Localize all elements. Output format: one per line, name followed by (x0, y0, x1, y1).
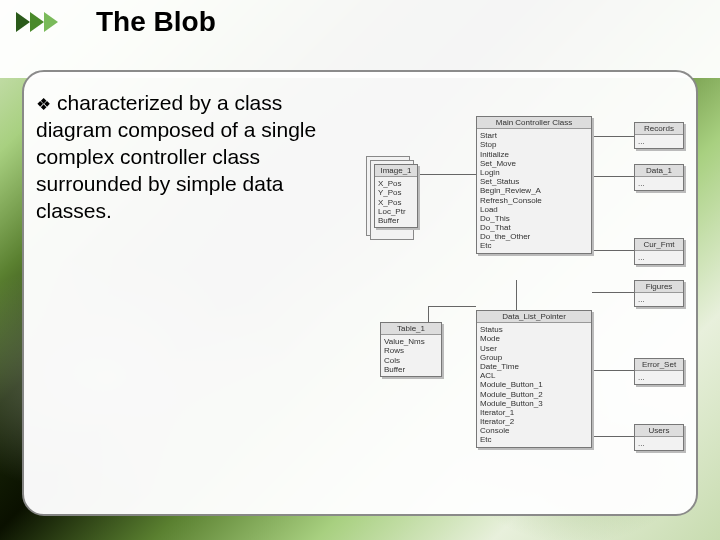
uml-records-header: Records (635, 123, 683, 135)
uml-pointer-header: Data_List_Pointer (477, 311, 591, 323)
class-diagram: Image_1 X_Pos Y_Pos X_Pos Loc_Ptr Buffer… (366, 116, 688, 492)
connector (516, 280, 517, 310)
uml-table-header: Table_1 (381, 323, 441, 335)
uml-controller-header: Main Controller Class (477, 117, 591, 129)
uml-field: Module_Button_2 (480, 390, 588, 399)
bullet-text: ❖characterized by a class diagram compos… (36, 90, 346, 224)
diamond-bullet-icon: ❖ (36, 95, 51, 114)
connector (592, 436, 634, 437)
uml-field: Mode (480, 334, 588, 343)
uml-field: Cols (384, 356, 438, 365)
slide-title: The Blob (96, 6, 216, 38)
uml-etc: ... (638, 137, 680, 146)
uml-op: Start (480, 131, 588, 140)
uml-figures: Figures ... (634, 280, 684, 307)
uml-field: Group (480, 353, 588, 362)
uml-field: Status (480, 325, 588, 334)
svg-marker-2 (44, 12, 58, 32)
uml-field: ACL (480, 371, 588, 380)
uml-records: Records ... (634, 122, 684, 149)
uml-op: Begin_Review_A (480, 186, 588, 195)
uml-field: Module_Button_3 (480, 399, 588, 408)
connector (408, 174, 476, 175)
connector (592, 370, 634, 371)
uml-etc: ... (638, 295, 680, 304)
uml-op: Etc (480, 241, 588, 250)
uml-etc: ... (638, 439, 680, 448)
uml-data: Data_1 ... (634, 164, 684, 191)
uml-etc: ... (638, 373, 680, 382)
connector (592, 136, 634, 137)
uml-etc: ... (638, 253, 680, 262)
slide: The Blob ❖characterized by a class diagr… (0, 0, 720, 540)
connector (592, 292, 634, 293)
uml-table: Table_1 Value_Nms Rows Cols Buffer (380, 322, 442, 377)
uml-field: Buffer (378, 216, 414, 225)
uml-field: User (480, 344, 588, 353)
connector (592, 176, 634, 177)
uml-field: Iterator_2 (480, 417, 588, 426)
uml-controller: Main Controller Class Start Stop Initial… (476, 116, 592, 254)
uml-field: Buffer (384, 365, 438, 374)
uml-errorset: Error_Set ... (634, 358, 684, 385)
uml-op: Set_Move (480, 159, 588, 168)
uml-users-header: Users (635, 425, 683, 437)
uml-field: Date_Time (480, 362, 588, 371)
uml-op: Refresh_Console (480, 196, 588, 205)
uml-field: Rows (384, 346, 438, 355)
uml-op: Load (480, 205, 588, 214)
uml-field: X_Pos (378, 198, 414, 207)
uml-image-header: Image_1 (375, 165, 417, 177)
uml-op: Stop (480, 140, 588, 149)
uml-op: Do_That (480, 223, 588, 232)
uml-field: Y_Pos (378, 188, 414, 197)
uml-field: X_Pos (378, 179, 414, 188)
uml-curfmt: Cur_Fmt ... (634, 238, 684, 265)
uml-op: Do_This (480, 214, 588, 223)
uml-errorset-header: Error_Set (635, 359, 683, 371)
uml-field: Console (480, 426, 588, 435)
uml-etc: ... (638, 179, 680, 188)
uml-pointer: Data_List_Pointer Status Mode User Group… (476, 310, 592, 448)
uml-field: Etc (480, 435, 588, 444)
uml-users: Users ... (634, 424, 684, 451)
title-arrows-icon (14, 10, 60, 34)
uml-op: Set_Status (480, 177, 588, 186)
connector (592, 250, 634, 251)
uml-field: Value_Nms (384, 337, 438, 346)
uml-field: Module_Button_1 (480, 380, 588, 389)
uml-image: Image_1 X_Pos Y_Pos X_Pos Loc_Ptr Buffer (374, 164, 418, 228)
uml-field: Loc_Ptr (378, 207, 414, 216)
uml-op: Login (480, 168, 588, 177)
uml-data-header: Data_1 (635, 165, 683, 177)
connector (428, 306, 476, 307)
uml-op: Do_the_Other (480, 232, 588, 241)
uml-curfmt-header: Cur_Fmt (635, 239, 683, 251)
uml-figures-header: Figures (635, 281, 683, 293)
bullet-content: characterized by a class diagram compose… (36, 91, 316, 222)
uml-field: Iterator_1 (480, 408, 588, 417)
uml-op: Initialize (480, 150, 588, 159)
